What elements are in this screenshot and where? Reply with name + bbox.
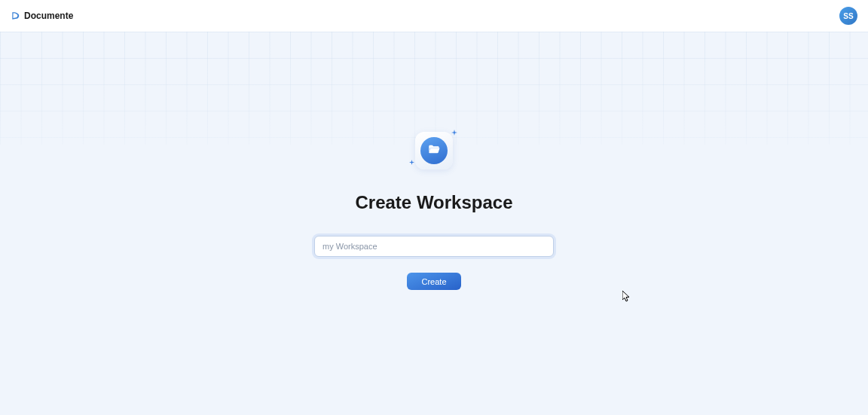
sparkle-icon (409, 159, 414, 166)
user-avatar[interactable]: SS (839, 7, 857, 25)
folder-open-icon (427, 142, 441, 159)
documente-logo-icon (11, 11, 21, 21)
brand-name: Documente (24, 11, 73, 21)
workspace-name-input[interactable] (314, 236, 554, 257)
create-button-label: Create (421, 277, 446, 286)
folder-icon-circle (420, 137, 448, 164)
create-button[interactable]: Create (407, 273, 461, 290)
page-title: Create Workspace (356, 192, 513, 213)
sparkle-icon (451, 129, 457, 137)
main-content: Create Workspace Create (0, 32, 868, 415)
app-header: Documente SS (0, 0, 868, 32)
avatar-initials: SS (843, 12, 853, 20)
brand-logo[interactable]: Documente (11, 11, 73, 21)
workspace-icon-tile (415, 132, 453, 169)
